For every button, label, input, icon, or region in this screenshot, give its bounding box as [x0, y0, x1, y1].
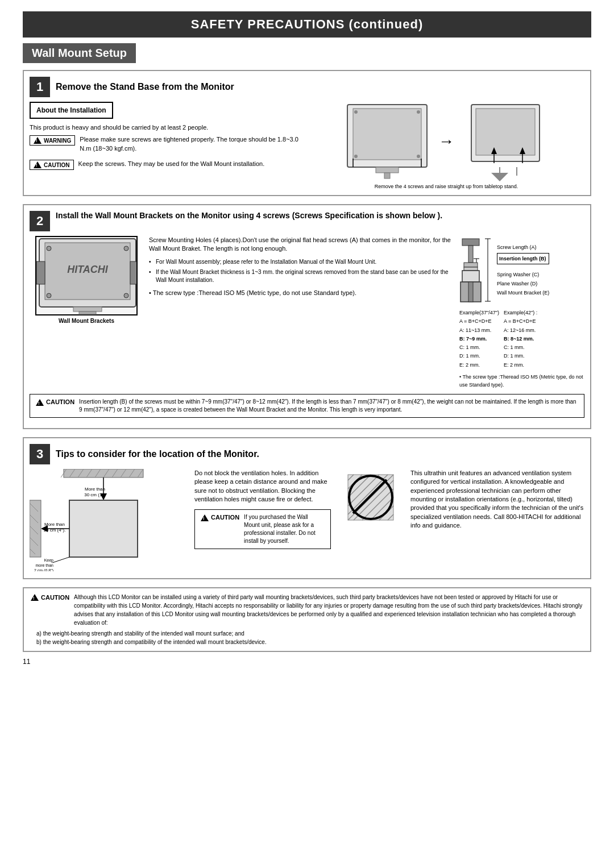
- step2-diagram: HITACHI Wall Mount Brackets: [30, 236, 143, 389]
- step1-left: About the Installation This product is h…: [30, 102, 302, 189]
- svg-point-21: [47, 246, 51, 251]
- no-entry-svg: [342, 469, 399, 526]
- screw-spec-diagram: Screw Length (A) Insertion length (B) Sp…: [459, 236, 584, 389]
- svg-rect-40: [462, 271, 479, 282]
- svg-rect-37: [468, 246, 473, 263]
- step1-number: 1: [30, 77, 50, 97]
- screw-svg: [459, 236, 493, 304]
- svg-point-23: [47, 293, 51, 298]
- diagram-caption: Remove the 4 screws and raise straight u…: [375, 184, 518, 189]
- plane-washer-label: Plane Washer (D): [497, 279, 549, 288]
- screw-holes-text: Screw Mounting Holes (4 places).Don't us…: [149, 236, 454, 254]
- svg-rect-1: [353, 109, 421, 160]
- svg-rect-42: [468, 282, 473, 302]
- example42-col: Example(42") : A = B+C+D+E A: 12~16 mm. …: [504, 309, 537, 369]
- step3-number: 3: [30, 444, 50, 464]
- bottom-caution-list-a: a) the weight-bearing strength and stabi…: [31, 629, 583, 638]
- svg-point-24: [124, 293, 128, 298]
- svg-text:2 cm (0.8"): 2 cm (0.8"): [34, 568, 53, 571]
- svg-point-4: [354, 155, 358, 158]
- step1-info-text: This product is heavy and should be carr…: [30, 123, 302, 132]
- step2-description: Screw Mounting Holes (4 places).Don't us…: [149, 236, 454, 389]
- step1-container: 1 Remove the Stand Base from the Monitor…: [23, 70, 591, 196]
- step3-title: Tips to consider for the location of the…: [56, 449, 259, 459]
- svg-text:30 cm (1').: 30 cm (1').: [84, 492, 106, 497]
- wall-mount-bracket-label: Wall Mount Bracket (E): [497, 288, 549, 297]
- step3-advanced-text: This ultrathin unit features an advanced…: [410, 469, 584, 572]
- svg-text:more than: more than: [35, 563, 53, 567]
- hitachi-monitor-svg: HITACHI: [36, 236, 136, 315]
- step3-no-entry-diagram: [337, 469, 405, 572]
- caution-badge: CAUTION: [30, 160, 74, 170]
- bottom-caution-inner: CAUTION Although this LCD Monitor can be…: [31, 593, 583, 627]
- screw-type-note: • The screw type :Theread ISO M5 (Metric…: [149, 289, 454, 297]
- wall-mount-brackets-label: Wall Mount Brackets: [59, 318, 114, 324]
- step3-caution-label: CAUTION: [201, 513, 239, 522]
- step1-title: Remove the Stand Base from the Monitor: [56, 82, 234, 92]
- svg-rect-38: [464, 263, 478, 267]
- monitor-front-svg: [342, 102, 433, 181]
- step1-content: About the Installation This product is h…: [30, 102, 584, 189]
- svg-point-5: [417, 155, 420, 158]
- svg-text:Keep: Keep: [44, 558, 53, 563]
- step2-container: 2 Install the Wall Mount Brackets on the…: [23, 204, 591, 429]
- svg-text:10 cm (4").: 10 cm (4").: [44, 528, 66, 533]
- svg-line-69: [52, 557, 69, 563]
- svg-rect-39: [464, 267, 478, 271]
- step2-title: Install the Wall Mount Brackets on the M…: [56, 211, 442, 220]
- svg-text:More than: More than: [44, 522, 65, 527]
- page-header-title: SAFETY PRECAUTIONS (continued): [191, 17, 424, 31]
- spring-washer-label: Spring Washer (C): [497, 270, 549, 279]
- step3-ventilation-text: Do not block the ventilation holes. In a…: [194, 469, 331, 572]
- warning-badge: WARNING: [30, 135, 75, 146]
- step2-content: HITACHI Wall Mount Brackets Screw Mounti…: [30, 236, 584, 389]
- svg-text:HITACHI: HITACHI: [67, 264, 109, 275]
- svg-rect-29: [130, 261, 136, 284]
- step3-spacing-diagram: More than 30 cm (1'). More than 10 cm (4…: [30, 469, 189, 572]
- step3-header: 3 Tips to consider for the location of t…: [30, 444, 584, 464]
- svg-rect-28: [36, 261, 45, 284]
- svg-rect-43: [64, 469, 143, 477]
- svg-point-22: [124, 246, 128, 251]
- svg-marker-13: [491, 173, 508, 181]
- monitor-side-svg: [460, 102, 551, 181]
- page-header: SAFETY PRECAUTIONS (continued): [23, 11, 591, 38]
- step2-bullet-list: For Wall Mount assembly; please refer to…: [149, 258, 454, 284]
- warning-text: Please make sure screws are tightened pr…: [80, 135, 302, 153]
- svg-rect-36: [462, 239, 479, 246]
- section-title: Wall Mount Setup: [23, 43, 136, 63]
- svg-rect-27: [79, 312, 96, 314]
- step3-content: More than 30 cm (1'). More than 10 cm (4…: [30, 469, 584, 572]
- bullet-item-1: For Wall Mount assembly; please refer to…: [149, 258, 454, 266]
- screw-type-note-right: • The screw type :Theread ISO M5 (Metric…: [459, 373, 584, 389]
- step3-caution-icon: [201, 514, 209, 521]
- insertion-length-label: Insertion length (B): [497, 253, 549, 264]
- about-installation-box: About the Installation: [30, 102, 113, 119]
- page-number: 11: [23, 658, 591, 666]
- step3-container: 3 Tips to consider for the location of t…: [23, 437, 591, 579]
- warning-triangle-icon: [34, 137, 42, 144]
- step3-caution-bar: CAUTION If you purchased the Wall Mount …: [194, 509, 331, 549]
- step2-caution-label: CAUTION: [36, 398, 74, 406]
- step2-header: 2 Install the Wall Mount Brackets on the…: [30, 211, 584, 231]
- hitachi-monitor-diagram: HITACHI: [35, 236, 138, 315]
- svg-point-2: [354, 110, 358, 114]
- screw-length-label: Screw Length (A): [497, 243, 549, 252]
- svg-rect-7: [384, 173, 390, 178]
- caution-triangle-icon: [34, 161, 42, 168]
- step2-caution-bar: CAUTION Insertion length (B) of the scre…: [30, 394, 584, 418]
- bullet-item-2: If the Wall Mount Bracket thickness is 1…: [149, 268, 454, 284]
- bottom-caution-label: CAUTION: [31, 593, 69, 603]
- bottom-caution-list-b: b) the weight-bearing strength and compa…: [31, 638, 583, 646]
- svg-text:More than: More than: [85, 487, 105, 492]
- bottom-caution-section: CAUTION Although this LCD Monitor can be…: [23, 587, 591, 652]
- spacing-svg: More than 30 cm (1'). More than 10 cm (4…: [30, 469, 177, 571]
- svg-rect-11: [476, 109, 535, 155]
- svg-rect-56: [69, 500, 138, 557]
- bottom-caution-icon: [31, 594, 39, 601]
- step2-number: 2: [30, 211, 50, 231]
- arrow-right-icon: →: [438, 132, 454, 151]
- warning-row: WARNING Please make sure screws are tigh…: [30, 135, 302, 156]
- svg-rect-6: [376, 167, 399, 173]
- monitor-diagram-area: →: [342, 102, 551, 181]
